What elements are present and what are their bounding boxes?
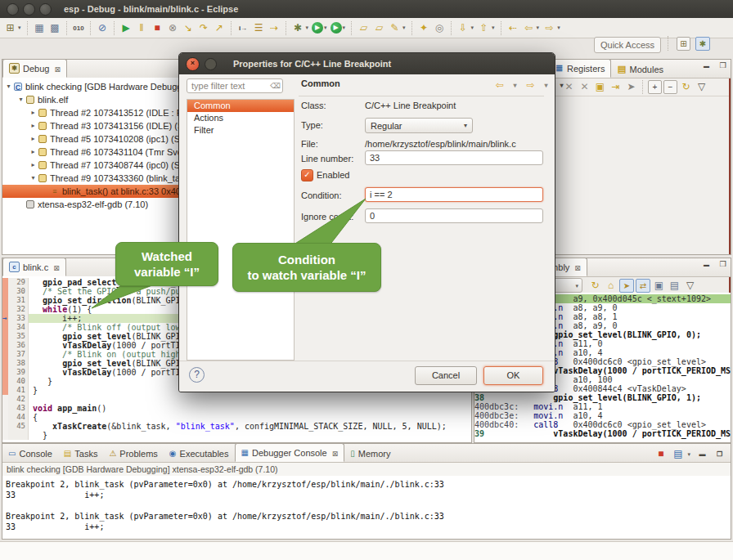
close-icon[interactable] <box>331 448 339 458</box>
close-icon[interactable] <box>52 64 61 74</box>
dialog-section-common[interactable]: Common <box>187 100 294 112</box>
back-dropdown-icon[interactable]: ▾ <box>508 78 522 93</box>
close-icon[interactable] <box>573 262 581 272</box>
tab-debug[interactable]: ✱ Debug <box>2 59 67 78</box>
tab-memory[interactable]: ▯Memory <box>344 445 396 462</box>
disassembly-line[interactable]: 400dbc3c: movi.n a11, 1 <box>474 402 731 411</box>
tree-item-thread-7[interactable]: ▸Thread #7 1073408744 (ipc0) (Suspended) <box>2 159 201 172</box>
binary-icon[interactable]: 010 <box>72 20 86 36</box>
debug-icon[interactable]: ✱ <box>291 20 305 36</box>
code-line[interactable]: 45 xTaskCreate(&blink_task, "blink_task"… <box>2 422 471 431</box>
skip-all-breakpoints-icon[interactable]: ⊘ <box>96 20 110 36</box>
save-all-icon[interactable]: ▩ <box>48 20 62 36</box>
close-icon[interactable] <box>52 262 60 272</box>
dialog-close-icon[interactable] <box>186 57 200 71</box>
window-minimize-icon[interactable] <box>23 3 35 16</box>
dialog-section-filter[interactable]: Filter <box>187 124 294 137</box>
open-element-icon[interactable]: ▱ <box>357 20 371 36</box>
clear-filter-icon[interactable] <box>270 81 281 91</box>
link-with-debug-icon[interactable]: ↻ <box>679 79 693 95</box>
step-return-icon[interactable]: ↗ <box>213 20 227 36</box>
minimize-icon[interactable]: ▬ <box>695 446 709 462</box>
pointer-icon[interactable]: ➤ <box>624 79 638 95</box>
restore-default-register-groups-icon[interactable]: ⇥ <box>609 79 623 95</box>
run-icon-dropdown[interactable]: ▾ <box>324 25 327 31</box>
twisty-icon[interactable]: ▸ <box>29 132 38 146</box>
disconnect-icon[interactable]: ⊗ <box>166 20 180 36</box>
twisty-icon[interactable]: ▸ <box>29 119 38 132</box>
help-icon[interactable] <box>189 367 205 383</box>
remove-all-register-groups-icon[interactable]: ✕ <box>578 79 591 95</box>
twisty-icon[interactable]: ▾ <box>16 93 25 106</box>
tab-console[interactable]: ▭Console <box>2 445 58 462</box>
console-output[interactable]: Breakpoint 2, blink_task (pvParameter=0x… <box>2 476 731 539</box>
disassembly-line[interactable]: 400dbc40: call8 0x400dc6c0 <gpio_set_lev… <box>474 420 731 429</box>
ignore-count-input[interactable] <box>365 208 543 223</box>
back-icon-dropdown[interactable]: ▾ <box>537 25 540 31</box>
debug-icon-dropdown[interactable]: ▾ <box>306 25 309 31</box>
tab-tasks[interactable]: ▤Tasks <box>58 445 104 462</box>
type-select[interactable]: Regular <box>365 118 473 133</box>
cancel-button[interactable]: Cancel <box>415 366 477 385</box>
open-new-view-icon[interactable]: ▣ <box>652 278 666 293</box>
step-over-icon[interactable]: ↷ <box>197 20 211 36</box>
twisty-icon[interactable]: ▾ <box>4 80 13 93</box>
tree-item-blink-elf[interactable]: ▾blink.elf <box>2 93 201 106</box>
enabled-checkbox[interactable] <box>301 169 313 181</box>
view-menu-icon[interactable]: ▽ <box>695 79 708 95</box>
disassembly-line[interactable]: 400dbc3e: movi.n a10, 4 <box>474 411 731 420</box>
open-perspective-icon[interactable]: ⊞ <box>677 37 690 51</box>
view-menu-icon[interactable]: ▽ <box>683 278 697 293</box>
dialog-section-actions[interactable]: Actions <box>187 112 294 124</box>
filter-input[interactable] <box>187 78 283 93</box>
tree-item-stack-frame[interactable]: ≡blink_task() at blink.c:33 0x400dbc28 <box>2 185 201 198</box>
link-with-active-debug-context-icon[interactable]: ⇄ <box>636 279 650 293</box>
twisty-icon[interactable]: ▸ <box>29 159 38 172</box>
previous-annotation-icon-dropdown[interactable]: ▾ <box>492 25 495 31</box>
external-tools-icon[interactable]: ▶ <box>331 22 342 34</box>
minimize-icon[interactable] <box>701 62 712 71</box>
code-line[interactable]: 42 <box>2 395 471 404</box>
forward-dropdown-icon[interactable]: ▾ <box>539 78 553 93</box>
tree-item-thread-6[interactable]: ▸Thread #6 1073431104 (Tmr Svc) (Suspend… <box>2 146 201 159</box>
twisty-icon[interactable]: ▸ <box>29 106 38 119</box>
run-icon[interactable]: ▶ <box>312 22 323 34</box>
tree-item-thread-5[interactable]: ▸Thread #5 1073410208 (ipc1) (Suspended) <box>2 132 201 146</box>
instruction-stepping-icon[interactable]: i→ <box>236 20 250 36</box>
tab-problems[interactable]: ⚠Problems <box>103 445 163 462</box>
follow-pc-icon[interactable]: ➤ <box>619 279 634 293</box>
edit-icon-dropdown[interactable]: ▾ <box>402 25 406 31</box>
back-icon[interactable]: ⇦ <box>492 78 506 93</box>
tab-modules[interactable]: ▤ Modules <box>611 60 669 78</box>
disassembly-line[interactable]: 38 gpio_set_level(BLINK_GPIO, 1); <box>474 393 731 402</box>
code-line[interactable]: 44{ <box>2 413 471 422</box>
display-selected-console-icon[interactable]: ▤ <box>671 446 685 462</box>
next-annotation-icon-dropdown[interactable]: ▾ <box>471 25 474 31</box>
tree-item-thread-9[interactable]: ▾Thread #9 1073433360 (blink_task : Runn… <box>2 172 201 185</box>
forward-icon-dropdown[interactable]: ▾ <box>557 25 560 31</box>
search-icon[interactable]: ✦ <box>417 20 431 36</box>
window-maximize-icon[interactable] <box>39 3 52 16</box>
minimize-icon[interactable] <box>701 261 712 270</box>
new-wizard-icon[interactable]: ⊞ <box>3 20 17 36</box>
pin-view-icon[interactable]: ▤ <box>668 278 681 293</box>
line-number-input[interactable] <box>365 150 543 165</box>
refresh-icon[interactable]: ↻ <box>588 278 602 293</box>
display-selected-console-icon-dropdown[interactable]: ▾ <box>687 451 690 458</box>
add-register-group-icon[interactable]: ▣ <box>593 79 607 95</box>
show-view-icon[interactable]: ☰ <box>252 20 266 36</box>
tree-item-gdb[interactable]: xtensa-esp32-elf-gdb (7.10) <box>2 198 201 211</box>
open-resource-icon[interactable]: ▱ <box>372 20 386 36</box>
code-line[interactable]: } <box>2 431 471 440</box>
terminate-icon[interactable]: ■ <box>151 20 164 36</box>
twisty-icon[interactable]: ▾ <box>29 172 38 185</box>
back-icon[interactable]: ⇦ <box>522 20 536 36</box>
code-line[interactable]: 43void app_main() <box>2 404 471 413</box>
tab-registers[interactable]: ≣ Registers <box>548 59 611 78</box>
tab-blink-c[interactable]: c blink.c <box>2 258 66 276</box>
collapse-all-icon[interactable]: − <box>663 80 677 94</box>
forward-icon[interactable]: ⇨ <box>542 20 556 36</box>
external-tools-icon-dropdown[interactable]: ▾ <box>343 25 346 31</box>
debug-perspective-icon[interactable]: ✱ <box>695 37 710 51</box>
maximize-icon[interactable] <box>717 261 728 270</box>
